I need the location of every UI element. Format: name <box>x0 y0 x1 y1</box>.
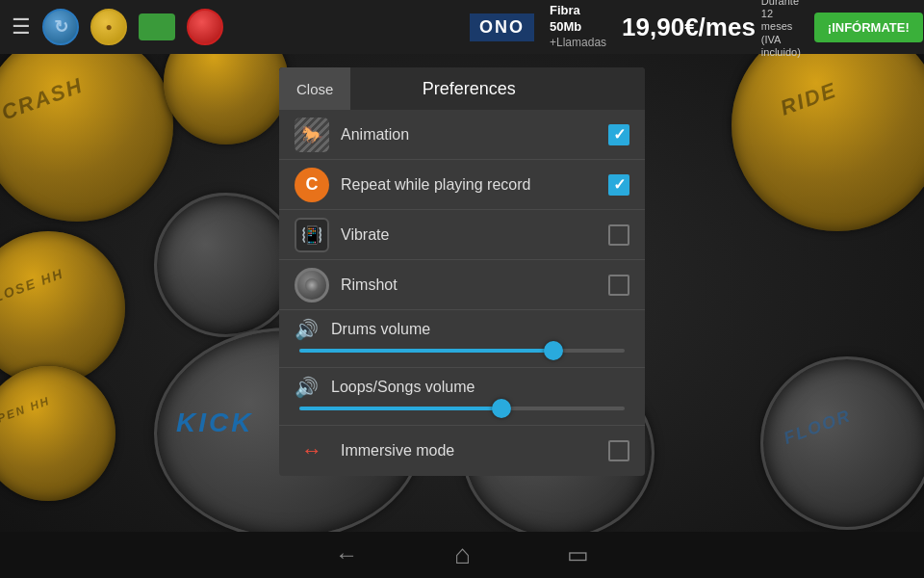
drums-volume-label: Drums volume <box>331 321 430 338</box>
loops-volume-thumb[interactable] <box>492 399 511 418</box>
green-button[interactable] <box>139 13 175 40</box>
immersive-row[interactable]: ↔ Immersive mode <box>279 426 645 476</box>
vibrate-row[interactable]: 📳 Vibrate <box>279 210 645 260</box>
recent-apps-button[interactable]: ▭ <box>567 541 589 568</box>
repeat-label: Repeat while playing record <box>341 176 608 194</box>
bottom-nav-bar: ← ⌂ ▭ <box>0 532 924 578</box>
immersive-label: Immersive mode <box>341 442 608 460</box>
ad-subtext1: Durante 12 meses <box>761 0 801 34</box>
refresh-icon: ↻ <box>54 16 68 38</box>
close-button[interactable]: Close <box>279 67 350 110</box>
horse-icon: 🐎 <box>301 124 322 145</box>
repeat-icon: C <box>295 168 329 202</box>
floor-label: FLOOR <box>782 406 855 449</box>
ad-brand: ONO <box>470 13 534 41</box>
ad-subtext2: (IVA incluido) <box>761 34 801 59</box>
repeat-row[interactable]: C Repeat while playing record ✓ <box>279 160 645 210</box>
hihat-close-cymbal[interactable]: CLOSE HH <box>0 231 125 385</box>
drums-volume-icon: 🔊 <box>295 318 321 341</box>
toolbar-left: ☰ ↻ ● <box>12 9 223 45</box>
top-bar: ☰ ↻ ● ONO Fibra 50Mb +Llamadas 19,90€/me… <box>0 0 924 54</box>
drums-volume-fill <box>299 349 553 353</box>
rimshot-icon <box>295 268 329 302</box>
hihat-open-cymbal[interactable]: OPEN HH <box>0 366 116 501</box>
immersive-symbol: ↔ <box>301 438 322 463</box>
drums-volume-thumb[interactable] <box>544 341 563 360</box>
preferences-dialog: Close Preferences 🐎 Animation ✓ C Repeat… <box>279 67 645 476</box>
back-button[interactable]: ← <box>335 541 358 568</box>
animation-label: Animation <box>341 126 608 144</box>
record-button[interactable]: ● <box>90 9 127 45</box>
drums-volume-track[interactable] <box>299 349 625 353</box>
floor-tom[interactable]: FLOOR <box>760 356 924 530</box>
loops-volume-track[interactable] <box>299 407 625 410</box>
animation-icon-inner: 🐎 <box>295 118 329 152</box>
drums-volume-label-row: 🔊 Drums volume <box>295 318 629 341</box>
ad-price-note: Durante 12 meses (IVA incluido) <box>761 0 801 59</box>
rimshot-row[interactable]: Rimshot <box>279 260 645 310</box>
ad-banner: ONO Fibra 50Mb +Llamadas 19,90€/mes Dura… <box>462 0 924 54</box>
animation-checkbox[interactable]: ✓ <box>608 124 629 145</box>
ad-description: Fibra 50Mb +Llamadas <box>540 3 616 50</box>
rimshot-label: Rimshot <box>341 276 608 294</box>
menu-icon[interactable]: ☰ <box>12 14 31 39</box>
ad-cta-button[interactable]: ¡INFÓRMATE! <box>814 13 923 42</box>
ad-line2: +Llamadas <box>550 36 606 51</box>
animation-icon: 🐎 <box>295 118 329 152</box>
close-hh-label: CLOSE HH <box>0 265 65 308</box>
ad-price-block: 19,90€/mes <box>622 13 756 42</box>
vibrate-symbol: 📳 <box>301 224 322 246</box>
ad-line1: Fibra 50Mb <box>550 3 606 36</box>
loops-volume-icon: 🔊 <box>295 376 321 399</box>
animation-row[interactable]: 🐎 Animation ✓ <box>279 110 645 160</box>
drums-volume-row: 🔊 Drums volume <box>279 310 645 368</box>
immersive-icon: ↔ <box>295 434 329 468</box>
stop-button[interactable] <box>187 9 223 45</box>
kick1-label: KICK <box>176 407 253 438</box>
home-button[interactable]: ⌂ <box>454 539 471 570</box>
rimshot-checkbox[interactable] <box>608 275 629 296</box>
loops-volume-fill <box>299 407 501 410</box>
immersive-checkbox[interactable] <box>608 440 629 461</box>
record-icon: ● <box>105 20 112 34</box>
prefs-title: Preferences <box>350 79 645 99</box>
snare-drum[interactable] <box>154 193 298 337</box>
vibrate-label: Vibrate <box>341 226 608 244</box>
loops-volume-label: Loops/Songs volume <box>331 379 475 396</box>
crash-cymbal[interactable]: CRASH <box>0 29 173 222</box>
refresh-button[interactable]: ↻ <box>42 9 79 45</box>
check-icon: ✓ <box>613 125 626 144</box>
repeat-checkbox[interactable]: ✓ <box>608 174 629 196</box>
vibrate-icon: 📳 <box>295 218 329 252</box>
repeat-symbol: C <box>306 174 319 195</box>
prefs-header: Close Preferences <box>279 67 645 110</box>
ad-price: 19,90€/mes <box>622 13 756 42</box>
vibrate-checkbox[interactable] <box>608 224 629 246</box>
ride-label: RIDE <box>777 77 840 120</box>
open-hh-label: OPEN HH <box>0 394 52 430</box>
loops-volume-row: 🔊 Loops/Songs volume <box>279 368 645 426</box>
crash-label: CRASH <box>0 73 87 126</box>
loops-volume-label-row: 🔊 Loops/Songs volume <box>295 376 629 399</box>
repeat-check-icon: ✓ <box>613 175 626 194</box>
rimshot-inner <box>305 278 319 292</box>
